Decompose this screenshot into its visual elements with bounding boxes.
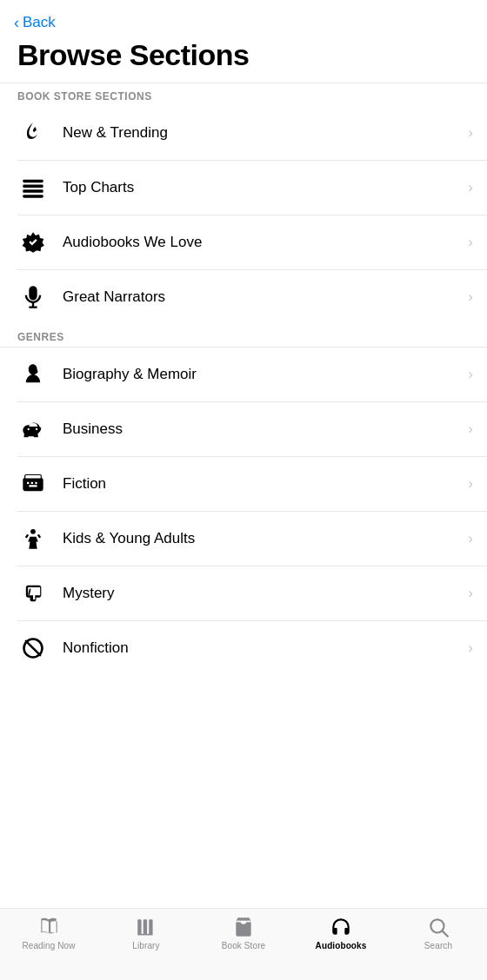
typewriter-icon xyxy=(17,468,49,500)
headphones-icon xyxy=(330,916,352,938)
svg-rect-16 xyxy=(137,919,141,934)
search-icon xyxy=(427,916,450,938)
list-item[interactable]: Great Narrators › xyxy=(0,270,487,324)
tab-label-library: Library xyxy=(132,941,159,950)
svg-rect-3 xyxy=(23,195,43,198)
person-silhouette-icon xyxy=(17,359,49,390)
piggy-bank-icon xyxy=(17,414,49,445)
tab-audiobooks[interactable]: Audiobooks xyxy=(292,909,390,966)
svg-rect-18 xyxy=(149,919,152,934)
chevron-right-icon: › xyxy=(468,288,473,306)
flame-icon xyxy=(17,117,49,149)
chevron-right-icon: › xyxy=(468,530,473,547)
chevron-right-icon: › xyxy=(468,475,473,493)
item-label: Fiction xyxy=(63,475,461,493)
pipe-icon xyxy=(17,578,49,609)
tab-label-book-store: Book Store xyxy=(222,941,265,950)
books-icon xyxy=(135,916,157,938)
list-item[interactable]: Biography & Memoir › xyxy=(0,348,487,401)
svg-rect-9 xyxy=(35,482,37,484)
item-label: Biography & Memoir xyxy=(63,366,461,383)
item-label: Nonfiction xyxy=(63,639,461,657)
svg-line-12 xyxy=(26,534,28,538)
item-label: Audiobooks We Love xyxy=(63,234,461,251)
badge-check-icon xyxy=(17,227,49,258)
page-title: Browse Sections xyxy=(0,35,487,83)
list-item[interactable]: Nonfiction › xyxy=(0,621,487,675)
section-book-store: BOOK STORE SECTIONS New & Trending › xyxy=(0,83,487,324)
kids-icon xyxy=(17,523,49,554)
top-charts-icon xyxy=(17,172,49,203)
svg-rect-2 xyxy=(23,189,43,193)
list-item[interactable]: Top Charts › xyxy=(0,161,487,215)
list-item[interactable]: New & Trending › xyxy=(0,106,487,160)
back-chevron-icon: ‹ xyxy=(14,15,19,30)
tab-label-search: Search xyxy=(424,941,452,950)
microphone-icon xyxy=(17,281,49,313)
list-item[interactable]: Fiction › xyxy=(0,457,487,511)
svg-rect-4 xyxy=(23,478,43,491)
item-label: Business xyxy=(63,420,461,438)
list-item[interactable]: Kids & Young Adults › xyxy=(0,512,487,566)
chevron-right-icon: › xyxy=(468,639,473,657)
svg-rect-8 xyxy=(31,482,33,484)
book-open-icon xyxy=(37,916,60,938)
list-item[interactable]: Mystery › xyxy=(0,566,487,620)
bag-icon xyxy=(232,916,255,938)
chevron-right-icon: › xyxy=(468,366,473,383)
no-sign-icon xyxy=(17,632,49,664)
svg-rect-17 xyxy=(143,919,147,934)
chevron-right-icon: › xyxy=(468,124,473,142)
item-label: Great Narrators xyxy=(63,288,461,306)
tab-label-audiobooks: Audiobooks xyxy=(316,941,367,950)
tab-library[interactable]: Library xyxy=(97,909,195,966)
svg-rect-7 xyxy=(27,482,29,484)
chevron-right-icon: › xyxy=(468,234,473,251)
section-header-book-store: BOOK STORE SECTIONS xyxy=(0,83,487,106)
svg-rect-5 xyxy=(25,475,42,480)
tab-label-reading-now: Reading Now xyxy=(22,941,75,950)
chevron-right-icon: › xyxy=(468,585,473,602)
svg-line-13 xyxy=(38,534,40,538)
tab-bar: Reading Now Library Book Store A xyxy=(0,908,487,980)
chevron-right-icon: › xyxy=(468,420,473,438)
svg-line-22 xyxy=(443,931,448,937)
section-genres: GENRES Biography & Memoir › Business › xyxy=(0,324,487,675)
tab-search[interactable]: Search xyxy=(390,909,487,966)
chevron-right-icon: › xyxy=(468,179,473,196)
item-label: Top Charts xyxy=(63,179,461,196)
item-label: Kids & Young Adults xyxy=(63,530,461,547)
svg-line-15 xyxy=(26,641,40,655)
section-header-genres: GENRES xyxy=(0,324,487,347)
back-button[interactable]: ‹ Back xyxy=(0,0,487,35)
svg-point-11 xyxy=(30,529,36,534)
svg-rect-10 xyxy=(29,485,37,487)
list-item[interactable]: Audiobooks We Love › xyxy=(0,215,487,269)
tab-book-store[interactable]: Book Store xyxy=(195,909,292,966)
list-item[interactable]: Business › xyxy=(0,402,487,456)
back-label: Back xyxy=(23,14,56,31)
item-label: Mystery xyxy=(63,585,461,602)
tab-reading-now[interactable]: Reading Now xyxy=(0,909,97,966)
content-area: BOOK STORE SECTIONS New & Trending › xyxy=(0,83,487,908)
item-label: New & Trending xyxy=(63,124,461,142)
svg-rect-0 xyxy=(23,180,43,183)
svg-rect-1 xyxy=(23,185,43,189)
